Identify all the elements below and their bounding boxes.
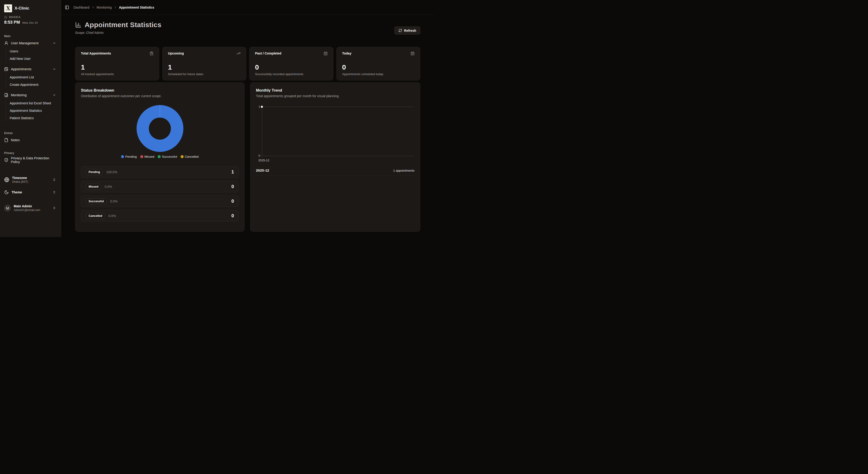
section-label-extras: Extras bbox=[4, 131, 56, 135]
status-donut-chart bbox=[136, 105, 183, 152]
breadcrumb: Dashboard Monitoring Appointment Statist… bbox=[73, 6, 154, 9]
trend-count: 1 appointments bbox=[393, 169, 414, 172]
status-percent: 0.0% bbox=[104, 185, 112, 188]
y-axis-tick-1: 1 bbox=[256, 105, 260, 108]
section-label-main: Main bbox=[4, 34, 56, 38]
breadcrumb-dashboard[interactable]: Dashboard bbox=[73, 6, 90, 9]
clinic-name: X-Clinic bbox=[14, 6, 29, 11]
x-axis-line bbox=[260, 156, 414, 156]
stat-card-caption: Appointments scheduled today bbox=[342, 72, 415, 76]
chevron-down-icon bbox=[53, 67, 56, 71]
brand: X X-Clinic bbox=[4, 4, 56, 12]
legend-dot bbox=[158, 155, 161, 158]
y-axis-tick-0: 0 bbox=[256, 154, 260, 157]
status-badge: Cancelled bbox=[86, 213, 105, 219]
stat-card-value: 1 bbox=[168, 64, 241, 71]
status-row-successful: Successful 0.0% 0 bbox=[81, 196, 239, 207]
file-icon bbox=[4, 138, 8, 142]
status-count: 0 bbox=[231, 213, 234, 218]
theme-selector[interactable]: Theme bbox=[4, 188, 56, 197]
chevrons-up-down-icon bbox=[53, 178, 56, 181]
sidebar-item-appointment-list-excel-sheet[interactable]: Appointment list Excel Sheet bbox=[10, 99, 56, 107]
stat-card-value: 0 bbox=[342, 64, 415, 71]
clock-date: Wed, Dec 24 bbox=[22, 21, 37, 24]
appointments-sublist: Appointment List Create Appointment bbox=[6, 73, 56, 88]
sidebar-item-label: Privacy & Data Protection Policy bbox=[11, 156, 56, 164]
sidebar-item-add-new-user[interactable]: Add New User bbox=[10, 55, 56, 62]
file-chart-icon bbox=[4, 93, 8, 97]
stat-card-caption: Scheduled for future dates bbox=[168, 72, 241, 76]
status-percent: 100.0% bbox=[106, 170, 117, 174]
chevrons-up-down-icon bbox=[53, 206, 56, 210]
status-badge: Successful bbox=[86, 198, 106, 204]
stat-card-caption: All tracked appointments bbox=[81, 72, 153, 76]
chevron-down-icon bbox=[53, 41, 56, 45]
clock-time-row: 8:53 PM Wed, Dec 24 bbox=[4, 20, 56, 25]
sidebar-item-monitoring[interactable]: Monitoring bbox=[4, 91, 56, 99]
status-row-missed: Missed 0.0% 0 bbox=[81, 181, 239, 192]
calendar-clock-icon bbox=[4, 67, 8, 71]
status-badge: Pending bbox=[86, 169, 103, 175]
breadcrumb-current: Appointment Statistics bbox=[119, 6, 154, 9]
sidebar-item-appointments[interactable]: Appointments bbox=[4, 65, 56, 73]
moon-icon bbox=[4, 190, 9, 195]
stat-card-title: Total Appointments bbox=[81, 52, 111, 55]
timezone-selector[interactable]: Timezone Dhaka (BST) bbox=[4, 175, 56, 185]
bar-chart-icon bbox=[75, 22, 82, 28]
stat-cards-row: Total Appointments 1 All tracked appoint… bbox=[75, 47, 420, 81]
panel-title: Monthly Trend bbox=[256, 88, 414, 92]
clinic-logo: X bbox=[4, 4, 12, 12]
stat-card-upcoming: Upcoming 1 Scheduled for future dates bbox=[162, 47, 246, 81]
stat-card-today: Today 0 Appointments scheduled today bbox=[336, 47, 421, 81]
panel-subtitle: Total appointments grouped per month for… bbox=[256, 94, 414, 98]
clock-city-row: DHAKA bbox=[4, 16, 56, 19]
sidebar-item-users[interactable]: Users bbox=[10, 48, 56, 55]
legend-item-cancelled: Cancelled bbox=[181, 155, 199, 158]
legend-label: Cancelled bbox=[185, 155, 199, 158]
sidebar-item-appointment-statistics[interactable]: Appointment Statistics bbox=[10, 107, 56, 114]
clock-icon bbox=[4, 16, 7, 19]
calendar-check-icon bbox=[323, 52, 328, 55]
user-icon bbox=[4, 41, 8, 45]
sidebar-toggle-button[interactable] bbox=[65, 5, 69, 9]
legend-label: Successful bbox=[162, 155, 177, 158]
legend-item-successful: Successful bbox=[158, 155, 177, 158]
data-point bbox=[261, 106, 263, 108]
legend-item-missed: Missed bbox=[140, 155, 154, 158]
stat-card-title: Upcoming bbox=[168, 52, 184, 55]
monitoring-sublist: Appointment list Excel Sheet Appointment… bbox=[6, 99, 56, 122]
sidebar-item-patient-statistics[interactable]: Patient Statistics bbox=[10, 114, 56, 122]
globe-icon bbox=[4, 177, 9, 182]
monthly-trend-panel: Monthly Trend Total appointments grouped… bbox=[250, 82, 420, 232]
timezone-title: Timezone bbox=[12, 176, 28, 180]
monthly-trend-chart: 1 0 2025-12 bbox=[256, 104, 414, 164]
legend-label: Pending bbox=[125, 155, 137, 158]
page-header: Appointment Statistics Scope: Chief Admi… bbox=[75, 21, 420, 34]
account-name: Main Admin bbox=[14, 204, 40, 208]
status-count: 0 bbox=[231, 199, 234, 204]
refresh-label: Refresh bbox=[404, 29, 416, 32]
topbar: Dashboard Monitoring Appointment Statist… bbox=[61, 0, 434, 15]
chevron-right-icon bbox=[114, 6, 117, 9]
sidebar: X X-Clinic DHAKA 8:53 PM Wed, Dec 24 Mai… bbox=[0, 0, 61, 237]
refresh-button[interactable]: Refresh bbox=[394, 26, 420, 34]
calendar-check-icon bbox=[411, 52, 414, 55]
sidebar-item-privacy-policy[interactable]: Privacy & Data Protection Policy bbox=[4, 156, 56, 164]
chevron-down-icon bbox=[53, 93, 56, 97]
main-area: Dashboard Monitoring Appointment Statist… bbox=[61, 0, 434, 237]
trend-month: 2025-12 bbox=[256, 168, 269, 173]
y-axis-line bbox=[262, 107, 262, 156]
trend-list: 2025-12 1 appointments bbox=[256, 167, 414, 176]
sidebar-item-user-management[interactable]: User Management bbox=[4, 39, 56, 47]
stat-card-caption: Successfully recorded appointments bbox=[255, 72, 328, 76]
sidebar-item-create-appointment[interactable]: Create Appointment bbox=[10, 81, 56, 88]
sidebar-item-notes[interactable]: Notes bbox=[4, 136, 56, 144]
account-menu[interactable]: M Main Admin Admin01@email.com bbox=[4, 203, 56, 213]
trend-row: 2025-12 1 appointments bbox=[256, 167, 414, 176]
sidebar-item-appointment-list[interactable]: Appointment List bbox=[10, 73, 56, 81]
section-label-privacy: Privacy bbox=[4, 151, 56, 155]
theme-title: Theme bbox=[11, 190, 22, 194]
status-row-cancelled: Cancelled 0.0% 0 bbox=[81, 210, 239, 221]
breadcrumb-monitoring[interactable]: Monitoring bbox=[97, 6, 112, 9]
status-rows: Pending 100.0% 1 Missed 0.0% 0 Successfu… bbox=[81, 166, 239, 221]
